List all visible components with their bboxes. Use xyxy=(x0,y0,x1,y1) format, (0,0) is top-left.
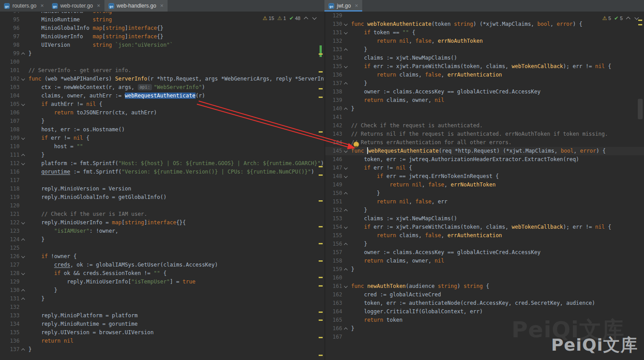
editor-pane-jwt[interactable]: 129130func webTokenAuthenticate(token st… xyxy=(324,12,644,360)
code-text[interactable]: } xyxy=(349,79,644,88)
code-text[interactable]: owner := claims.AccessKey == globalActiv… xyxy=(349,88,644,96)
fold-toggle-icon[interactable] xyxy=(20,252,27,261)
code-text[interactable]: // Returns nil if the request is authent… xyxy=(349,130,644,138)
code-text[interactable]: creds, ok := globalIAMSys.GetUser(claims… xyxy=(27,261,324,269)
stripe-warning-mark[interactable] xyxy=(319,200,323,202)
next-problem-button[interactable] xyxy=(634,16,640,21)
fold-toggle-icon[interactable] xyxy=(20,269,27,278)
fold-toggle-icon[interactable] xyxy=(342,223,349,231)
fold-toggle-icon[interactable] xyxy=(20,345,27,354)
code-text[interactable]: } xyxy=(349,240,644,248)
fold-toggle-icon[interactable] xyxy=(342,20,349,28)
fold-toggle-icon[interactable] xyxy=(342,28,349,37)
fold-toggle-icon[interactable] xyxy=(342,164,349,172)
stripe-warning-mark[interactable] xyxy=(319,320,323,321)
code-text[interactable]: } xyxy=(27,117,324,125)
code-text[interactable]: if ok && creds.SessionToken != "" { xyxy=(27,269,324,278)
code-text[interactable]: } xyxy=(349,189,644,198)
stripe-warning-mark[interactable] xyxy=(319,311,323,313)
code-text[interactable]: // ServerInfo - get server info. xyxy=(27,66,324,75)
code-text[interactable] xyxy=(349,12,644,20)
code-text[interactable] xyxy=(27,58,324,66)
code-text[interactable]: reply.UIVersion = browser.UIVersion xyxy=(27,328,324,337)
stripe-warning-mark[interactable] xyxy=(319,260,323,262)
code-text[interactable]: // Check if the user is IAM user. xyxy=(27,210,324,218)
code-text[interactable]: } xyxy=(349,265,644,274)
code-text[interactable]: } xyxy=(349,45,644,54)
prev-problem-button[interactable] xyxy=(626,16,631,21)
code-text[interactable]: goruntime := fmt.Sprintf("Version: ${run… xyxy=(27,168,324,176)
tab-close-icon[interactable]: × xyxy=(160,0,164,12)
code-text[interactable]: return claims, false, errAuthentication xyxy=(349,71,644,79)
code-text[interactable]: if authErr != nil { xyxy=(27,100,324,109)
stripe-warning-mark[interactable] xyxy=(319,97,323,98)
code-text[interactable]: if token == "" { xyxy=(349,28,644,37)
editor-pane-web-handlers[interactable]: 94 MinioPlatform string95 MinioRuntime s… xyxy=(0,12,324,360)
code-text[interactable] xyxy=(349,274,644,282)
code-text[interactable]: } xyxy=(27,235,324,244)
code-text[interactable]: claims := xjwt.NewMapClaims() xyxy=(349,54,644,62)
code-text[interactable] xyxy=(27,244,324,252)
code-text[interactable]: return claims, owner, nil xyxy=(349,96,644,105)
fold-toggle-icon[interactable] xyxy=(342,62,349,71)
tab-routers.go[interactable]: gorouters.go× xyxy=(0,0,48,12)
fold-toggle-icon[interactable] xyxy=(20,75,27,83)
code-text[interactable]: return toJSONError(ctx, authErr) xyxy=(27,109,324,117)
fold-toggle-icon[interactable] xyxy=(342,189,349,198)
fold-toggle-icon[interactable] xyxy=(20,134,27,142)
code-text[interactable]: MinioGlobalInfo map[string]interface{} xyxy=(27,24,324,32)
code-text[interactable] xyxy=(349,113,644,121)
fold-toggle-icon[interactable] xyxy=(342,265,349,274)
fold-toggle-icon[interactable] xyxy=(342,240,349,248)
code-text[interactable]: host, err := os.Hostname() xyxy=(27,125,324,134)
code-text[interactable]: ctx := newWebContext(r, args, api:"WebSe… xyxy=(27,83,324,92)
code-text[interactable]: token, err := jwtreq.AuthorizationHeader… xyxy=(349,155,644,164)
fold-toggle-icon[interactable] xyxy=(20,286,27,295)
code-text[interactable]: if err != nil { xyxy=(349,164,644,172)
fold-toggle-icon[interactable] xyxy=(20,295,27,303)
stripe-warning-mark[interactable] xyxy=(319,337,323,338)
code-text[interactable]: reply.MinioUserInfo["isTempUser"] = true xyxy=(27,278,324,286)
next-problem-button[interactable] xyxy=(312,16,317,21)
code-text[interactable]: return claims, owner, nil xyxy=(349,257,644,265)
stripe-warning-mark[interactable] xyxy=(319,243,323,244)
stripe-warning-mark[interactable] xyxy=(319,53,323,55)
code-text[interactable]: host = "" xyxy=(27,142,324,151)
prev-problem-button[interactable] xyxy=(304,16,309,21)
code-text[interactable]: reply.MinioUserInfo = map[string]interfa… xyxy=(27,218,324,227)
code-text[interactable]: platform := fmt.Sprintf("Host: ${host} |… xyxy=(27,159,324,168)
code-text[interactable]: reply.MinioPlatform = platform xyxy=(27,311,324,320)
fold-toggle-icon[interactable] xyxy=(342,206,349,214)
code-text[interactable]: owner := claims.AccessKey == globalActiv… xyxy=(349,248,644,257)
tab-web-router.go[interactable]: goweb-router.go× xyxy=(48,0,104,12)
code-text[interactable]: return nil, false, errNoAuthToken xyxy=(349,181,644,189)
fold-toggle-icon[interactable] xyxy=(342,282,349,291)
stripe-warning-mark[interactable] xyxy=(319,131,323,133)
code-text[interactable]: UIVersion string `json:"uiVersion"` xyxy=(27,41,324,49)
code-text[interactable]: MinioUserInfo map[string]interface{} xyxy=(27,32,324,41)
code-text[interactable]: } xyxy=(27,345,324,354)
code-text[interactable]: claims := xjwt.NewMapClaims() xyxy=(349,214,644,223)
code-text[interactable]: "isIAMUser": !owner, xyxy=(27,227,324,235)
tab-close-icon[interactable]: × xyxy=(40,0,44,12)
scrollbar-thumb[interactable] xyxy=(638,99,643,119)
code-text[interactable]: claims, owner, authErr := webRequestAuth… xyxy=(27,92,324,100)
fold-toggle-icon[interactable] xyxy=(20,151,27,159)
code-text[interactable]: return nil xyxy=(27,337,324,345)
fold-toggle-icon[interactable] xyxy=(342,324,349,333)
code-text[interactable]: if err == jwtreq.ErrNoTokenInRequest { xyxy=(349,172,644,181)
code-text[interactable]: } xyxy=(349,206,644,214)
code-text[interactable]: func webTokenAuthenticate(token string) … xyxy=(349,20,644,28)
code-text[interactable]: token, err := authenticateNode(cred.Acce… xyxy=(349,299,644,307)
stripe-warning-mark[interactable] xyxy=(319,174,323,176)
fold-toggle-icon[interactable] xyxy=(20,49,27,58)
tab-close-icon[interactable]: × xyxy=(355,0,358,12)
intention-bulb-icon[interactable] xyxy=(353,142,359,147)
code-text[interactable]: // Returns errAuthentication for all oth… xyxy=(349,138,644,147)
code-text[interactable]: reply.MinioRuntime = goruntime xyxy=(27,320,324,328)
code-text[interactable]: func newAuthToken(audience string) strin… xyxy=(349,282,644,291)
code-text[interactable] xyxy=(27,176,324,185)
code-text[interactable]: } xyxy=(27,295,324,303)
code-text[interactable]: // Check if the request is authenticated… xyxy=(349,121,644,130)
fold-toggle-icon[interactable] xyxy=(20,235,27,244)
